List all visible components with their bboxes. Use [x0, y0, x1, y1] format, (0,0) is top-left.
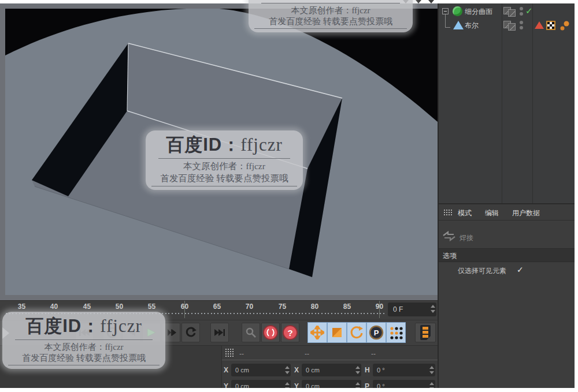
selection-tag-icon[interactable] — [559, 20, 570, 32]
render-settings-button[interactable] — [415, 323, 436, 342]
coordinate-system-button[interactable]: P — [366, 322, 386, 343]
watermark-line1: 本文原创作者：ffjczr — [8, 342, 160, 353]
timeline-tick: 65 — [201, 303, 234, 311]
enabled-check-icon[interactable]: ✓ — [525, 6, 533, 16]
watermark-title-id: ffjczr — [100, 316, 142, 336]
watermark-line1: 本文原创作者：ffjczr — [254, 5, 407, 16]
collapse-expander-icon[interactable] — [442, 8, 449, 14]
watermark-divider — [158, 158, 290, 159]
object-label[interactable]: 细分曲面 — [465, 7, 492, 17]
divider — [222, 360, 438, 360]
editor-visibility-dot[interactable] — [520, 21, 523, 24]
coord-field-x-pos[interactable]: 0 cm — [231, 364, 291, 376]
viewport-border-left — [0, 3, 5, 300]
timeline-tick: 45 — [71, 303, 103, 311]
field-spinner[interactable] — [429, 366, 433, 374]
cut-chrome-icon — [416, 0, 421, 3]
timeline-tick: 55 — [135, 303, 168, 311]
field-spinner[interactable] — [284, 366, 289, 374]
coord-field-x-scale[interactable]: 0 cm — [302, 364, 361, 376]
render-visibility-dot[interactable] — [520, 26, 523, 29]
field-spinner[interactable] — [355, 366, 360, 374]
render-visibility-dot[interactable] — [520, 12, 523, 16]
rotate-tool-button[interactable] — [347, 322, 366, 343]
watermark-title-cn: 百度ID： — [166, 135, 240, 155]
goto-end-button[interactable] — [210, 323, 229, 342]
only-select-visible-checkbox[interactable]: ✓ — [517, 265, 524, 274]
watermark-top: 百度ID：ffjczr 本文原创作者：ffjczr 首发百度经验 转载要点赞投票… — [249, 0, 413, 32]
layer-square-icon[interactable] — [508, 23, 516, 31]
timeline-tick: 70 — [233, 303, 266, 311]
coordinates-panel: -- -- -- X 0 cm X 0 cm H 0 ° Y 0 cm Y 0 … — [221, 345, 438, 391]
tab-mode[interactable]: 模式 — [458, 208, 472, 218]
boole-icon — [453, 21, 464, 29]
watermark-center: 百度ID：ffjczr 本文原创作者：ffjczr 首发百度经验 转载要点赞投票… — [146, 130, 303, 190]
viewport-border-bottom — [0, 295, 438, 300]
help-label: ? — [287, 328, 292, 338]
c4d-window: 细分曲面 ✓ 布尔 — [0, 0, 578, 392]
watermark-divider — [15, 339, 153, 340]
timeline-tick: 50 — [103, 303, 136, 311]
object-row-subdivision-surface[interactable]: 细分曲面 ✓ — [439, 5, 575, 18]
autokey-button[interactable] — [261, 323, 280, 342]
tab-edit[interactable]: 编辑 — [485, 208, 499, 218]
snap-grid-button[interactable] — [386, 322, 406, 343]
editor-visibility-dot[interactable] — [520, 7, 523, 10]
record-key-button-disabled[interactable] — [242, 323, 260, 342]
photo-edge-right — [575, 0, 578, 392]
watermark-divider — [261, 3, 400, 3]
layer-square-icon[interactable] — [508, 9, 516, 17]
coord-axis-label: X — [224, 366, 228, 374]
panel-grid-icon[interactable] — [443, 209, 452, 216]
timeline-tick: 75 — [266, 303, 299, 311]
column-separator — [532, 3, 533, 203]
watermark-line1: 本文原创作者：ffjczr — [151, 160, 297, 173]
scale-tool-button[interactable] — [327, 322, 347, 343]
subdivision-surface-icon — [453, 6, 462, 16]
current-frame-field[interactable]: 0 F — [388, 303, 436, 316]
watermark-line2: 首发百度经验 转载要点赞投票哦 — [254, 16, 407, 29]
texture-tag-icon[interactable] — [546, 21, 555, 30]
photo-edge-bottom — [0, 388, 578, 392]
attribute-manager: 模式 编辑 用户数据 焊接 选项 仅选择可见元素 ✓ — [438, 203, 575, 388]
attribute-tab-bar: 模式 编辑 用户数据 — [439, 206, 575, 221]
current-frame-value: 0 F — [393, 305, 403, 313]
column-separator — [502, 3, 502, 203]
timeline-tick: 40 — [38, 303, 71, 311]
watermark-title-cn: 百度ID： — [25, 316, 100, 336]
only-select-visible-label: 仅选择可见元素 — [458, 266, 506, 276]
help-button[interactable]: ? — [281, 323, 299, 342]
coord-axis-label: X — [294, 366, 299, 374]
options-section-header[interactable]: 选项 — [439, 248, 575, 262]
weld-tool-label: 焊接 — [460, 233, 473, 243]
coords-header: -- — [239, 350, 244, 358]
loop-mode-button[interactable] — [181, 323, 200, 342]
move-tool-button[interactable] — [307, 322, 327, 343]
options-section-title: 选项 — [443, 251, 457, 261]
watermark-title-id: ffjczr — [240, 135, 283, 155]
timeline-tick: 85 — [331, 303, 364, 311]
object-row-boole[interactable]: 布尔 — [439, 18, 575, 32]
timeline-marker[interactable] — [184, 301, 185, 318]
p-glyph: P — [374, 328, 379, 337]
cut-chrome-icon — [428, 0, 434, 3]
panel-grid-icon[interactable] — [225, 348, 235, 357]
timeline-marker[interactable] — [379, 301, 380, 318]
watermark-bottom-left: 百度ID：ffjczr 本文原创作者：ffjczr 首发百度经验 转载要点赞投票… — [2, 312, 165, 369]
timeline-tick: 35 — [5, 303, 38, 311]
coord-field-h-rot[interactable]: 0 ° — [373, 364, 435, 376]
weld-tool-icon — [442, 229, 457, 242]
watermark-line2: 首发百度经验 转载要点赞投票哦 — [8, 353, 160, 365]
watermark-line2: 首发百度经验 转载要点赞投票哦 — [151, 173, 297, 186]
coords-header: -- — [371, 350, 376, 358]
timeline-tick: 80 — [298, 303, 331, 311]
coord-axis-label: H — [365, 366, 370, 374]
phong-tag-icon[interactable] — [535, 21, 544, 29]
tab-user-data[interactable]: 用户数据 — [512, 208, 540, 218]
frame-spinner[interactable] — [430, 305, 435, 313]
coords-header: -- — [305, 350, 309, 358]
object-manager: 细分曲面 ✓ 布尔 — [438, 3, 575, 203]
object-label[interactable]: 布尔 — [465, 21, 479, 31]
